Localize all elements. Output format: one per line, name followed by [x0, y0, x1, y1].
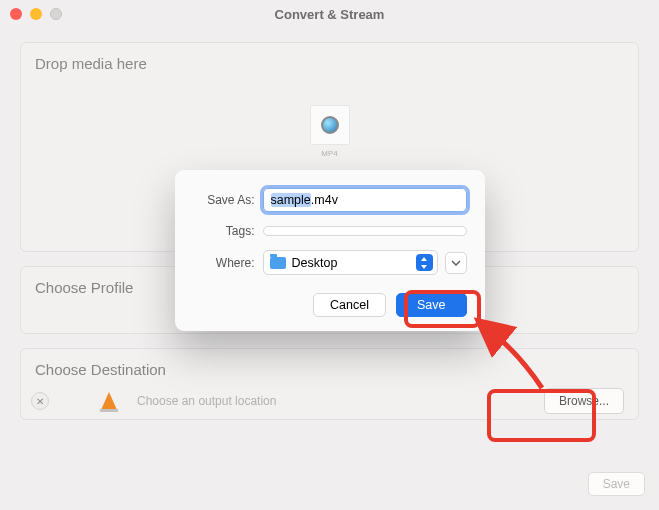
media-thumbnail[interactable]: MP4 [307, 105, 353, 158]
save-as-label: Save As: [193, 193, 255, 207]
save-as-input[interactable]: sample.m4v [263, 188, 467, 212]
folder-icon [270, 257, 286, 269]
tags-label: Tags: [193, 224, 255, 238]
media-format-label: MP4 [307, 149, 353, 158]
window-title: Convert & Stream [0, 7, 659, 22]
titlebar: Convert & Stream [0, 0, 659, 28]
browse-button[interactable]: Browse... [544, 388, 624, 414]
updown-arrows-icon [416, 254, 433, 271]
clear-destination-button[interactable]: ✕ [31, 392, 49, 410]
choose-destination-panel: Choose Destination ✕ Choose an output lo… [20, 348, 639, 420]
vlc-cone-icon [101, 392, 117, 410]
expand-folder-button[interactable] [445, 252, 467, 274]
tags-input[interactable] [263, 226, 467, 236]
main-save-button[interactable]: Save [588, 472, 645, 496]
choose-destination-title: Choose Destination [35, 361, 624, 378]
destination-row: ✕ Choose an output location Browse... [35, 388, 624, 414]
save-sheet-dialog: Save As: sample.m4v Tags: Where: Desktop… [175, 170, 485, 331]
filename-selected: sample [271, 193, 311, 207]
tags-row: Tags: [193, 224, 467, 238]
filename-extension: .m4v [311, 193, 338, 207]
quicktime-icon [321, 116, 339, 134]
where-select[interactable]: Desktop [263, 250, 438, 275]
destination-placeholder: Choose an output location [137, 394, 276, 408]
drop-media-title: Drop media here [35, 55, 624, 72]
where-value: Desktop [292, 256, 338, 270]
save-as-row: Save As: sample.m4v [193, 188, 467, 212]
where-label: Where: [193, 256, 255, 270]
where-row: Where: Desktop [193, 250, 467, 275]
save-button[interactable]: Save [396, 293, 467, 317]
sheet-button-row: Cancel Save [193, 293, 467, 317]
cancel-button[interactable]: Cancel [313, 293, 386, 317]
media-file-icon [310, 105, 350, 145]
